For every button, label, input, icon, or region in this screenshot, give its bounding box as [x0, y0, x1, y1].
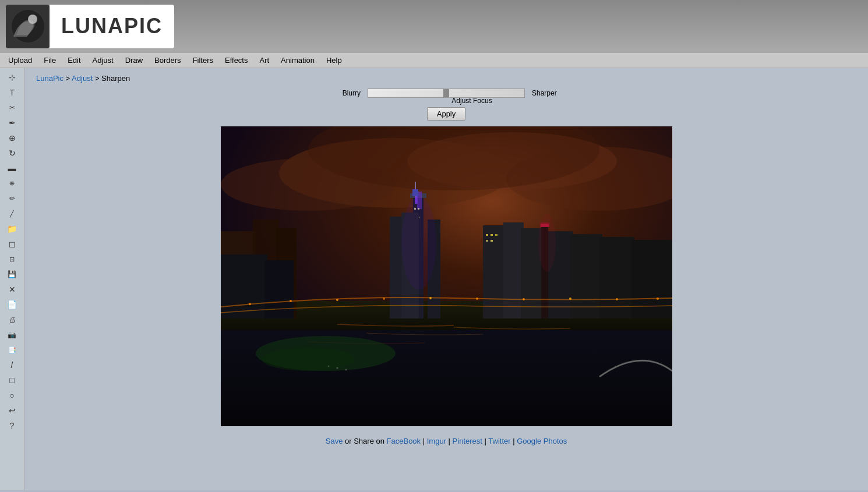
svg-point-47 [523, 298, 525, 300]
facebook-link[interactable]: FaceBook [387, 437, 421, 445]
line-tool[interactable]: / [4, 358, 20, 372]
text-tool[interactable]: T [4, 86, 20, 100]
svg-rect-32 [491, 234, 493, 236]
nav-filters[interactable]: Filters [187, 53, 219, 68]
rect-select-tool[interactable]: ▬ [4, 161, 20, 175]
move-tool[interactable]: ⊹ [4, 70, 20, 84]
svg-rect-28 [570, 234, 602, 318]
adjust-focus-label: Adjust Focus [393, 97, 551, 105]
svg-rect-33 [495, 234, 497, 236]
svg-rect-39 [221, 254, 267, 318]
svg-point-52 [262, 348, 355, 371]
svg-point-43 [336, 299, 338, 301]
folder-tool[interactable]: 📁 [4, 222, 20, 236]
magic-wand-tool[interactable]: ❋ [4, 176, 20, 190]
camera-tool[interactable]: 📷 [4, 328, 20, 342]
nav-animation[interactable]: Animation [275, 53, 320, 68]
eyedropper-tool[interactable]: ✏ [4, 192, 20, 206]
googlephotos-link[interactable]: Google Photos [517, 437, 567, 445]
scissors-tool[interactable]: ✂ [4, 101, 20, 115]
circle-tool[interactable]: ○ [4, 388, 20, 402]
new-tool[interactable]: 📄 [4, 298, 20, 312]
nav-help[interactable]: Help [320, 53, 348, 68]
close-tool[interactable]: ✕ [4, 282, 20, 296]
label-blurry: Blurry [314, 89, 361, 97]
svg-point-46 [476, 298, 478, 300]
save-tool[interactable]: 💾 [4, 267, 20, 281]
nav-edit[interactable]: Edit [62, 53, 86, 68]
print-tool[interactable]: 🖨 [4, 313, 20, 327]
nav-upload[interactable]: Upload [2, 53, 38, 68]
logo-text: LUNAPIC [50, 5, 174, 48]
svg-rect-24 [483, 225, 506, 318]
svg-rect-35 [491, 240, 493, 242]
svg-point-42 [290, 300, 292, 302]
svg-rect-58 [412, 189, 418, 196]
twitter-link[interactable]: Twitter [488, 437, 510, 445]
nav-file[interactable]: File [38, 53, 62, 68]
sep1: | [423, 437, 427, 445]
logo-container: LUNAPIC [6, 5, 174, 48]
navbar: Upload File Edit Adjust Draw Borders Fil… [0, 52, 868, 68]
svg-point-41 [249, 303, 251, 305]
pen-tool[interactable]: ✒ [4, 116, 20, 130]
content: LunaPic > Adjust > Sharpen Blurry Sharpe… [24, 68, 868, 490]
svg-rect-31 [486, 234, 488, 236]
zoom-tool[interactable]: ⊕ [4, 131, 20, 145]
breadcrumb-sep2: > [95, 74, 101, 83]
toolbar: ⊹ T ✂ ✒ ⊕ ↻ ▬ ❋ ✏ ╱ 📁 ◻ ⊡ 💾 ✕ 📄 🖨 📷 📑 / … [0, 68, 24, 490]
nav-effects[interactable]: Effects [219, 53, 254, 68]
svg-point-44 [383, 298, 385, 300]
eraser-tool[interactable]: ◻ [4, 237, 20, 251]
sep2: | [449, 437, 453, 445]
label-sharper: Sharper [532, 89, 578, 97]
stamp-tool[interactable]: ⊡ [4, 252, 20, 266]
logo-icon [6, 5, 50, 48]
help-tool[interactable]: ? [4, 419, 20, 433]
header: LUNAPIC [0, 0, 868, 52]
nav-borders[interactable]: Borders [149, 53, 187, 68]
rect-outline-tool[interactable]: □ [4, 373, 20, 387]
image-container [36, 126, 856, 426]
breadcrumb: LunaPic > Adjust > Sharpen [36, 74, 856, 83]
main-image [221, 126, 672, 426]
svg-rect-34 [486, 240, 488, 242]
svg-point-53 [336, 367, 338, 369]
nav-art[interactable]: Art [253, 53, 275, 68]
svg-point-57 [538, 214, 556, 272]
breadcrumb-lunapic[interactable]: LunaPic [36, 74, 63, 83]
svg-rect-25 [503, 222, 524, 318]
main: ⊹ T ✂ ✒ ⊕ ↻ ▬ ❋ ✏ ╱ 📁 ◻ ⊡ 💾 ✕ 📄 🖨 📷 📑 / … [0, 68, 868, 490]
rotate-tool[interactable]: ↻ [4, 146, 20, 160]
breadcrumb-sep1: > [66, 74, 72, 83]
apply-button[interactable]: Apply [427, 107, 466, 121]
svg-point-1 [28, 15, 37, 24]
blur-tool[interactable]: ╱ [4, 207, 20, 221]
copy-tool[interactable]: 📑 [4, 343, 20, 357]
svg-point-49 [616, 298, 618, 300]
nav-draw[interactable]: Draw [119, 53, 149, 68]
undo-tool[interactable]: ↩ [4, 403, 20, 417]
svg-point-56 [401, 196, 436, 289]
svg-point-55 [327, 366, 329, 367]
share-text: or Share on [345, 437, 387, 445]
controls-panel: Blurry Sharper Adjust Focus Apply [36, 89, 856, 121]
save-link[interactable]: Save [326, 437, 343, 445]
pinterest-link[interactable]: Pinterest [453, 437, 482, 445]
svg-point-50 [657, 298, 659, 300]
svg-point-54 [345, 369, 347, 371]
share-row: Save or Share on FaceBook | Imgur | Pint… [36, 432, 856, 450]
breadcrumb-adjust[interactable]: Adjust [72, 74, 93, 83]
imgur-link[interactable]: Imgur [427, 437, 446, 445]
svg-point-45 [429, 297, 432, 299]
svg-point-48 [569, 298, 571, 300]
nav-adjust[interactable]: Adjust [87, 53, 119, 68]
breadcrumb-current: Sharpen [101, 74, 130, 83]
